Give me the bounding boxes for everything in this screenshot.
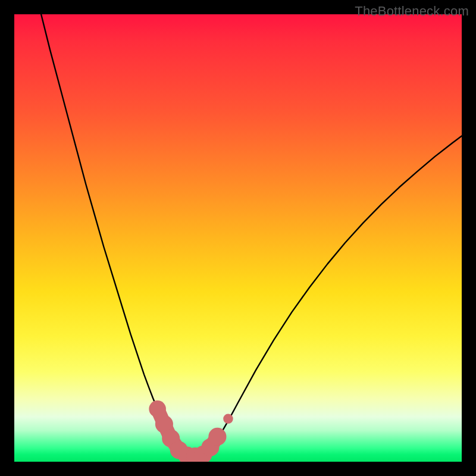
watermark-text: TheBottleneck.com — [355, 4, 469, 19]
marker-right-edge — [208, 428, 226, 446]
marker-cluster — [149, 400, 233, 462]
marker-detached — [223, 414, 233, 424]
bottleneck-curve — [41, 14, 462, 457]
chart-frame: TheBottleneck.com — [0, 0, 476, 476]
chart-svg-layer — [14, 14, 462, 462]
marker-left-edge — [149, 400, 166, 418]
plot-area — [14, 14, 462, 462]
